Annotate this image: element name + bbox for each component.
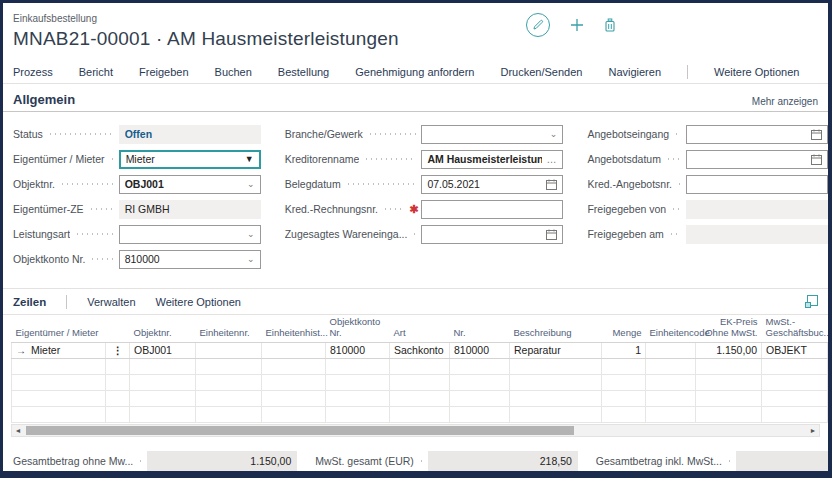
empty-cell[interactable] [326,390,390,406]
calendar-icon[interactable] [811,154,822,165]
empty-cell[interactable] [12,358,106,374]
menu-item-drucken-senden[interactable]: Drucken/Senden [500,66,582,78]
empty-cell[interactable] [130,406,196,422]
zugesagtes-wareneingang-field[interactable] [421,225,563,244]
cell-menge[interactable]: 1 [602,342,646,358]
empty-cell[interactable] [106,374,130,390]
empty-cell[interactable] [696,374,762,390]
empty-cell[interactable] [602,390,646,406]
empty-cell[interactable] [450,358,510,374]
empty-cell[interactable] [450,390,510,406]
col-beschreibung[interactable]: Beschreibung [510,315,602,342]
cell-eigentuemer[interactable]: →Mieter [12,342,106,358]
cell-beschreibung[interactable]: Reparatur [510,342,602,358]
cell-einheitencode[interactable] [646,342,696,358]
empty-cell[interactable] [106,390,130,406]
empty-cell[interactable] [762,374,828,390]
empty-cell[interactable] [450,374,510,390]
col-einheitennr[interactable]: Einheitennr. [196,315,262,342]
empty-cell[interactable] [450,406,510,422]
empty-cell[interactable] [646,374,696,390]
col-objektkonto-nr[interactable]: Objektkonto Nr. [326,315,390,342]
empty-cell[interactable] [696,358,762,374]
add-icon[interactable] [570,18,584,32]
empty-cell[interactable] [130,390,196,406]
empty-cell[interactable] [106,358,130,374]
mehr-anzeigen-link[interactable]: Mehr anzeigen [752,96,818,107]
empty-cell[interactable] [262,358,326,374]
horizontal-scrollbar[interactable]: ◄ ► [11,424,820,437]
calendar-icon[interactable] [546,229,557,240]
empty-cell[interactable] [12,406,106,422]
empty-cell[interactable] [762,358,828,374]
empty-cell[interactable] [646,358,696,374]
empty-cell[interactable] [196,358,262,374]
cell-nr[interactable]: 810000 [450,342,510,358]
cell-einheitennr[interactable] [196,342,262,358]
col-menge[interactable]: Menge [602,315,646,342]
empty-cell[interactable] [130,358,196,374]
calendar-icon[interactable] [811,129,822,140]
menu-item-genehmigung-anfordern[interactable]: Genehmigung anfordern [355,66,474,78]
kreditorenname-field[interactable]: AM Hausmeisterleistungen… [421,150,563,169]
empty-cell[interactable] [326,406,390,422]
cell-art[interactable]: Sachkonto [390,342,450,358]
empty-cell[interactable] [602,406,646,422]
col-art[interactable]: Art [390,315,450,342]
cell-einheitenhist[interactable] [262,342,326,358]
lines-menu-weitere-optionen[interactable]: Weitere Optionen [156,296,241,308]
empty-cell[interactable] [510,390,602,406]
menu-item-freigeben[interactable]: Freigeben [139,66,189,78]
empty-cell[interactable] [646,390,696,406]
empty-cell[interactable] [106,406,130,422]
angebotsdatum-field[interactable] [686,150,828,169]
empty-cell[interactable] [390,406,450,422]
branche-gewerk-select[interactable]: ⌄ [421,125,563,144]
empty-cell[interactable] [326,358,390,374]
chevron-down-icon[interactable]: ▼ [245,155,254,164]
empty-cell[interactable] [390,358,450,374]
scrollbar-thumb[interactable] [26,426,574,435]
eigentuemer-mieter-select[interactable]: Mieter▼ [119,150,261,169]
empty-cell[interactable] [262,406,326,422]
cell-mwst-geschaeftsbuchung[interactable]: OBJEKT [762,342,828,358]
cell-objektkonto[interactable]: 810000 [326,342,390,358]
empty-cell[interactable] [12,390,106,406]
empty-cell[interactable] [510,358,602,374]
empty-cell[interactable] [390,374,450,390]
empty-cell[interactable] [196,406,262,422]
empty-cell[interactable] [602,358,646,374]
empty-cell[interactable] [196,390,262,406]
kred-rechnungsnr-input[interactable] [421,200,563,219]
chevron-down-icon[interactable]: ⌄ [247,255,255,264]
cell-ek-preis[interactable]: 1.150,00 [696,342,762,358]
cell-objektnr[interactable]: OBJ001 [130,342,196,358]
col-einheitencode[interactable]: Einheitencode [646,315,696,342]
empty-cell[interactable] [646,406,696,422]
menu-item-prozess[interactable]: Prozess [13,66,53,78]
col-objektnr[interactable]: Objektnr. [130,315,196,342]
delete-icon[interactable] [604,18,616,32]
row-menu-button[interactable]: ⋮ [106,342,130,358]
empty-cell[interactable] [510,374,602,390]
empty-cell[interactable] [262,390,326,406]
focus-mode-icon[interactable] [805,295,818,308]
objektkonto-nr-select[interactable]: 810000⌄ [119,250,261,269]
scrollbar-track[interactable] [24,425,807,436]
empty-cell[interactable] [326,374,390,390]
angebotseingang-field[interactable] [686,125,828,144]
menu-item-weitere-optionen[interactable]: Weitere Optionen [714,66,799,78]
belegdatum-field[interactable]: 07.05.2021 [421,175,563,194]
chevron-down-icon[interactable]: ⌄ [550,130,558,139]
menu-item-buchen[interactable]: Buchen [215,66,252,78]
lines-menu-verwalten[interactable]: Verwalten [87,296,135,308]
empty-cell[interactable] [130,374,196,390]
scroll-left-icon[interactable]: ◄ [12,427,24,434]
col-einheitenhist[interactable]: Einheitenhist... [262,315,326,342]
edit-icon[interactable] [526,13,550,37]
col-nr[interactable]: Nr. [450,315,510,342]
kred-angebotsnr-input[interactable] [686,175,828,194]
calendar-icon[interactable] [546,179,557,190]
lookup-ellipsis-icon[interactable]: … [546,154,557,165]
section-title-allgemein[interactable]: Allgemein [13,92,75,107]
